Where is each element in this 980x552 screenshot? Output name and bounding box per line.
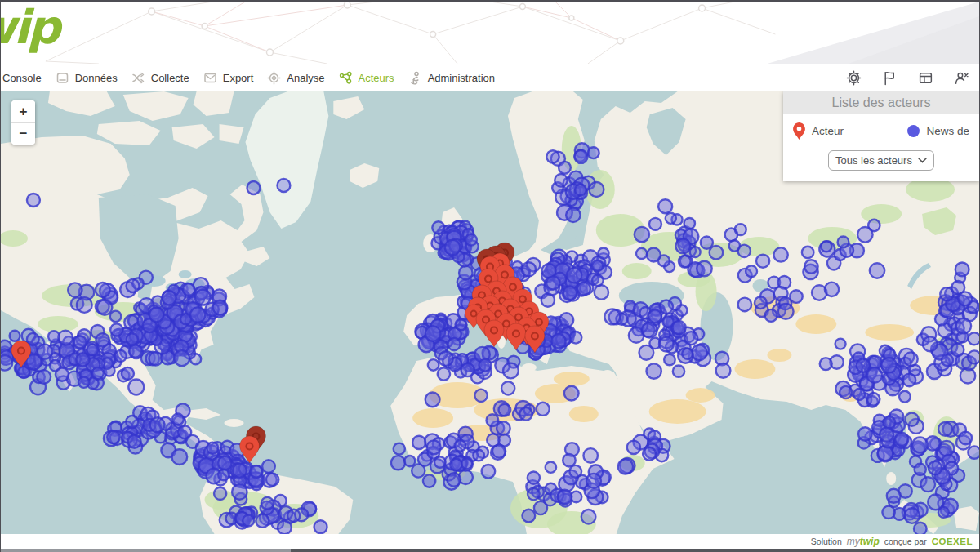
news-marker[interactable] bbox=[905, 413, 918, 426]
news-marker[interactable] bbox=[923, 336, 938, 351]
news-marker[interactable] bbox=[820, 358, 832, 370]
news-marker[interactable] bbox=[659, 337, 674, 352]
news-marker[interactable] bbox=[207, 443, 218, 454]
news-marker[interactable] bbox=[567, 268, 582, 283]
news-marker[interactable] bbox=[233, 464, 247, 478]
news-marker[interactable] bbox=[243, 515, 254, 527]
news-marker[interactable] bbox=[256, 514, 269, 528]
news-marker[interactable] bbox=[522, 510, 535, 523]
user-remove-icon[interactable] bbox=[954, 70, 969, 86]
news-marker[interactable] bbox=[956, 318, 972, 334]
news-marker[interactable] bbox=[482, 465, 496, 479]
news-marker[interactable] bbox=[914, 523, 927, 534]
news-marker[interactable] bbox=[528, 488, 540, 501]
news-marker[interactable] bbox=[38, 345, 52, 359]
news-marker[interactable] bbox=[895, 433, 908, 446]
news-marker[interactable] bbox=[636, 248, 647, 259]
news-marker[interactable] bbox=[858, 227, 873, 243]
news-marker[interactable] bbox=[546, 276, 559, 289]
news-marker[interactable] bbox=[920, 477, 935, 492]
news-marker[interactable] bbox=[883, 416, 895, 429]
news-marker[interactable] bbox=[218, 456, 231, 470]
news-marker[interactable] bbox=[598, 248, 608, 259]
news-marker[interactable] bbox=[618, 459, 633, 474]
news-marker[interactable] bbox=[825, 283, 839, 296]
news-marker[interactable] bbox=[459, 266, 473, 280]
news-marker[interactable] bbox=[261, 497, 274, 510]
news-marker[interactable] bbox=[27, 333, 39, 345]
news-marker[interactable] bbox=[456, 319, 467, 331]
news-marker[interactable] bbox=[174, 350, 189, 366]
news-marker[interactable] bbox=[503, 363, 519, 379]
news-marker[interactable] bbox=[564, 287, 577, 300]
news-marker[interactable] bbox=[56, 368, 69, 381]
news-marker[interactable] bbox=[126, 416, 138, 428]
news-marker[interactable] bbox=[643, 447, 656, 461]
news-marker[interactable] bbox=[37, 370, 51, 384]
news-marker[interactable] bbox=[575, 185, 586, 196]
news-marker[interactable] bbox=[682, 349, 693, 359]
news-marker[interactable] bbox=[647, 248, 661, 262]
nav-item-acteurs[interactable]: Acteurs bbox=[339, 71, 394, 85]
news-marker[interactable] bbox=[672, 321, 685, 334]
news-marker[interactable] bbox=[432, 221, 444, 234]
zoom-in-button[interactable]: + bbox=[11, 100, 35, 122]
news-marker[interactable] bbox=[692, 345, 707, 360]
news-marker[interactable] bbox=[498, 404, 510, 416]
news-marker[interactable] bbox=[710, 246, 724, 260]
flag-icon[interactable] bbox=[882, 70, 898, 86]
news-marker[interactable] bbox=[804, 260, 818, 274]
news-marker[interactable] bbox=[589, 182, 604, 197]
news-marker[interactable] bbox=[92, 367, 104, 379]
news-marker[interactable] bbox=[684, 332, 697, 345]
news-marker[interactable] bbox=[447, 473, 461, 487]
news-marker[interactable] bbox=[857, 359, 870, 372]
news-marker[interactable] bbox=[939, 441, 955, 456]
news-marker[interactable] bbox=[213, 300, 228, 315]
news-marker[interactable] bbox=[968, 446, 979, 458]
news-marker[interactable] bbox=[247, 181, 260, 194]
news-marker[interactable] bbox=[10, 331, 20, 341]
news-marker[interactable] bbox=[48, 331, 60, 342]
news-marker[interactable] bbox=[278, 521, 292, 535]
news-marker[interactable] bbox=[262, 460, 275, 473]
news-marker[interactable] bbox=[404, 456, 415, 466]
news-marker[interactable] bbox=[778, 304, 794, 319]
actors-select[interactable]: Tous les acteurs bbox=[828, 150, 934, 171]
news-marker[interactable] bbox=[183, 283, 195, 296]
news-marker[interactable] bbox=[445, 240, 461, 256]
news-marker[interactable] bbox=[899, 391, 911, 403]
news-marker[interactable] bbox=[439, 351, 453, 366]
news-marker[interactable] bbox=[639, 345, 653, 360]
news-marker[interactable] bbox=[423, 474, 435, 487]
news-marker[interactable] bbox=[648, 309, 662, 323]
news-marker[interactable] bbox=[534, 501, 547, 514]
news-marker[interactable] bbox=[555, 174, 568, 187]
news-marker[interactable] bbox=[87, 345, 98, 356]
news-marker[interactable] bbox=[881, 358, 897, 373]
news-marker[interactable] bbox=[96, 333, 109, 346]
nav-item-console[interactable]: Console bbox=[2, 72, 42, 84]
news-marker[interactable] bbox=[122, 367, 134, 380]
settings-gear-icon[interactable] bbox=[846, 70, 862, 86]
news-marker[interactable] bbox=[882, 506, 894, 519]
news-marker[interactable] bbox=[172, 449, 187, 465]
news-marker[interactable] bbox=[250, 465, 262, 478]
news-marker[interactable] bbox=[755, 296, 767, 309]
news-marker[interactable] bbox=[835, 339, 846, 349]
news-marker[interactable] bbox=[929, 461, 942, 474]
news-marker[interactable] bbox=[438, 367, 450, 380]
news-marker[interactable] bbox=[172, 414, 184, 425]
nav-item-administration[interactable]: Administration bbox=[408, 71, 495, 85]
news-marker[interactable] bbox=[149, 308, 163, 322]
news-marker[interactable] bbox=[802, 247, 814, 259]
news-marker[interactable] bbox=[838, 237, 849, 248]
news-marker[interactable] bbox=[128, 435, 141, 448]
news-marker[interactable] bbox=[127, 279, 140, 292]
news-marker[interactable] bbox=[588, 147, 599, 158]
news-marker[interactable] bbox=[425, 393, 440, 407]
news-marker[interactable] bbox=[461, 363, 474, 376]
mytwip-brand-link[interactable]: mytwip bbox=[847, 536, 880, 547]
news-marker[interactable] bbox=[129, 345, 141, 357]
news-marker[interactable] bbox=[635, 227, 649, 242]
